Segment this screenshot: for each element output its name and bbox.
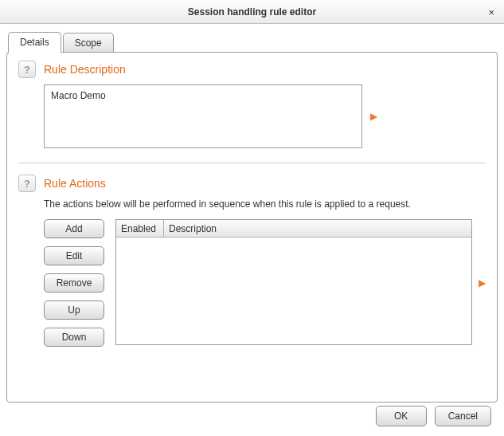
edit-button[interactable]: Edit xyxy=(44,246,104,265)
column-header-enabled[interactable]: Enabled xyxy=(116,220,164,237)
actions-table[interactable]: Enabled Description xyxy=(115,219,472,345)
expand-arrow-icon[interactable]: ▶ xyxy=(370,111,377,122)
table-header: Enabled Description xyxy=(116,220,471,238)
rule-description-input[interactable] xyxy=(44,84,362,148)
rule-description-header: ? Rule Description xyxy=(18,61,486,78)
down-button[interactable]: Down xyxy=(44,328,104,347)
window-title: Session handling rule editor xyxy=(188,6,316,18)
ok-button[interactable]: OK xyxy=(376,406,427,426)
action-buttons-column: Add Edit Remove Up Down xyxy=(44,219,104,347)
tab-scope[interactable]: Scope xyxy=(63,33,114,53)
tab-details[interactable]: Details xyxy=(8,32,61,53)
expand-arrow-icon[interactable]: ▶ xyxy=(479,219,486,347)
actions-table-wrap: Enabled Description ▶ xyxy=(115,219,486,347)
rule-description-row: ▶ xyxy=(44,84,486,148)
column-header-description[interactable]: Description xyxy=(164,220,471,237)
up-button[interactable]: Up xyxy=(44,300,104,320)
rule-actions-help-text: The actions below will be performed in s… xyxy=(44,198,486,210)
section-divider xyxy=(18,163,486,163)
remove-button[interactable]: Remove xyxy=(44,273,104,293)
tab-bar: Details Scope xyxy=(8,32,504,53)
cancel-button[interactable]: Cancel xyxy=(435,406,491,426)
rule-actions-title: Rule Actions xyxy=(44,177,106,190)
rule-description-title: Rule Description xyxy=(44,63,126,76)
help-icon[interactable]: ? xyxy=(18,61,36,78)
close-icon[interactable]: × xyxy=(488,6,494,18)
dialog-footer: OK Cancel xyxy=(376,406,491,426)
titlebar: Session handling rule editor × xyxy=(0,0,504,24)
rule-actions-row: Add Edit Remove Up Down Enabled Descript… xyxy=(44,219,486,347)
rule-actions-header: ? Rule Actions xyxy=(18,175,486,192)
add-button[interactable]: Add xyxy=(44,219,104,238)
content-panel: ? Rule Description ▶ ? Rule Actions The … xyxy=(6,52,498,403)
help-icon[interactable]: ? xyxy=(18,175,36,192)
